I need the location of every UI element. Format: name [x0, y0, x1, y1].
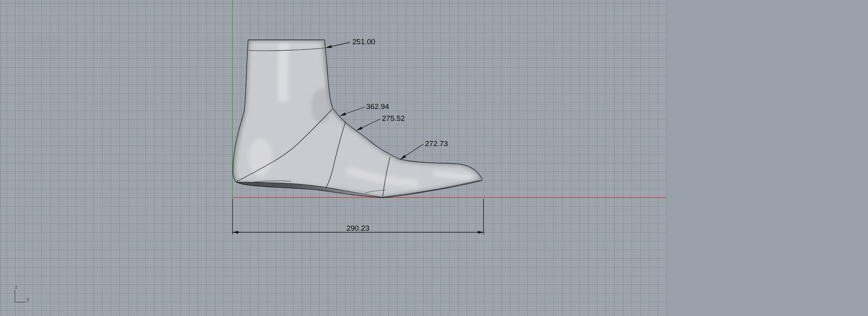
shoe-last-model[interactable] [233, 40, 482, 198]
leader-instep-girth[interactable]: 362.94 [340, 102, 389, 116]
ball-girth-value: 272.73 [425, 139, 448, 148]
cad-viewport[interactable]: 251.00 362.94 275.52 272.73 290.23 [0, 0, 868, 316]
model-and-annotations-layer: 251.00 362.94 275.52 272.73 290.23 [0, 0, 868, 316]
axis-gizmo-y-label: y [27, 296, 30, 302]
overall-length-value: 290.23 [346, 224, 369, 232]
axis-gizmo-z-label: z [15, 284, 17, 290]
axis-gizmo-lines [15, 290, 26, 302]
leader-waist-girth[interactable]: 275.52 [357, 114, 405, 130]
waist-girth-value: 275.52 [382, 114, 405, 122]
axis-gizmo: z y [15, 284, 30, 302]
top-girth-value: 251.00 [352, 38, 375, 46]
instep-girth-value: 362.94 [366, 102, 389, 111]
length-dimension[interactable]: 290.23 [233, 199, 484, 235]
leader-ball-girth[interactable]: 272.73 [400, 139, 448, 159]
leader-top-girth[interactable]: 251.00 [326, 38, 375, 48]
